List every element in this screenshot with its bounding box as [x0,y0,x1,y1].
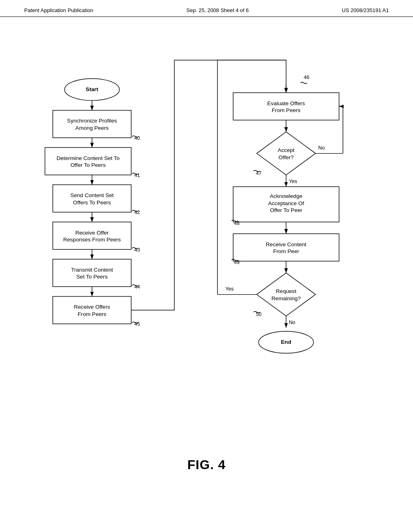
yes-label-50: Yes [225,286,234,292]
header-right: US 2008/235191 A1 [342,7,389,13]
header-left: Patent Application Publication [24,7,93,13]
squiggle-46 [300,82,307,84]
diamond-50-text2: Remaining? [271,295,301,301]
yes-label-47: Yes [289,179,297,184]
node-46-text1: Evaluate Offers [267,100,305,106]
diamond-47-text1: Accept [278,147,295,153]
node-42 [53,185,131,212]
node-46-text2: From Peers [272,107,300,113]
node-42-text2: Offers To Peers [73,200,111,206]
diamond-50-text1: Request [276,288,296,294]
page-header: Patent Application Publication Sep. 25, … [0,0,413,17]
no-label-47: No [318,145,325,151]
node-40-text2: Among Peers [75,125,109,131]
node-40 [53,110,131,138]
node-44 [53,259,131,287]
diamond-47 [257,132,315,175]
node-44-num: 44 [134,284,140,290]
node-45-text1: Receive Offers [74,304,110,310]
node-44-text2: Set To Peers [76,274,108,280]
no-label-50: No [289,320,295,325]
node-42-text1: Send Content Set [70,192,114,198]
diagram-area: Start Synchronize Profiles Among Peers 4… [0,21,413,484]
node-48-text3: Offer To Peer [270,207,302,213]
node-41 [45,148,131,175]
node-46-num-label: 46 [304,75,309,80]
node-46 [233,93,339,120]
node-48-text2: Acceptance Of [268,200,304,206]
node-49 [233,234,339,261]
node-42-num: 42 [134,210,140,215]
node-49-text1: Receive Content [266,241,307,247]
diamond-50 [257,273,315,316]
node-43-text2: Responses From Peers [63,237,121,243]
diamond-47-text2: Offer? [279,154,294,160]
flowchart-svg: Start Synchronize Profiles Among Peers 4… [0,21,413,444]
node-48-text1: Acknowledge [270,193,302,199]
node-41-num: 41 [134,172,140,178]
header-middle: Sep. 25, 2008 Sheet 4 of 6 [186,7,249,13]
node-43-text1: Receive Offer [75,230,109,236]
node-43 [53,222,131,249]
end-label: End [281,339,292,345]
figure-caption: FIG. 4 [0,457,413,472]
node-45-num: 45 [134,321,140,327]
node-41-text1: Determine Content Set To [56,155,119,161]
node-44-text1: Transmit Content [71,267,113,273]
node-41-text2: Offer To Peers [71,162,106,168]
node-40-text1: Synchronize Profiles [67,118,117,124]
node-49-text2: From Peer [273,248,299,254]
node-43-num: 43 [134,247,140,253]
node-45-text2: From Peers [78,311,106,317]
node-45 [53,296,131,324]
node-40-num: 40 [134,135,140,141]
start-label: Start [86,86,98,92]
no-arrow-47 [339,106,343,154]
